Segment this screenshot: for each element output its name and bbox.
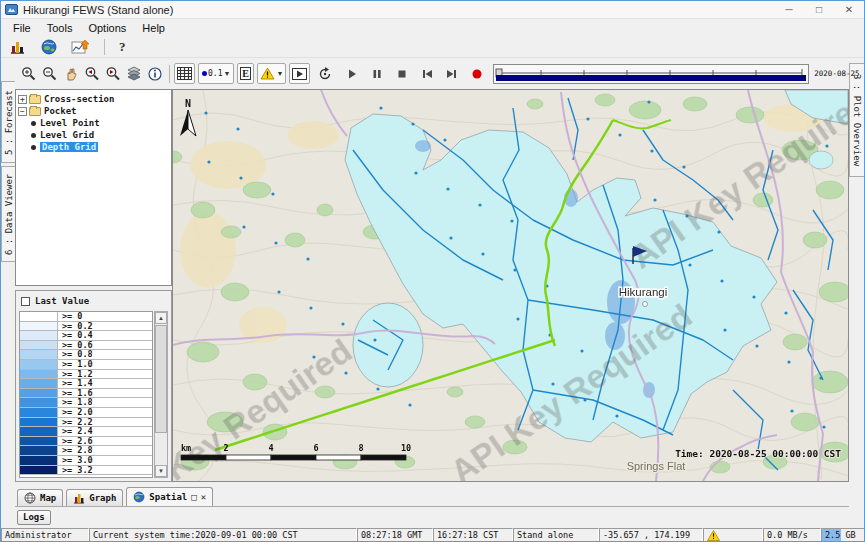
record-button[interactable] bbox=[466, 63, 487, 84]
map-view[interactable]: API Key Required API Key Required API Ke… bbox=[172, 89, 849, 482]
wire-globe-icon bbox=[24, 492, 36, 504]
skip-to-start-button[interactable] bbox=[416, 63, 437, 84]
minimize-button[interactable]: ─ bbox=[774, 1, 804, 18]
right-tab-strip: 3 : Plot Overview bbox=[847, 58, 864, 486]
menu-help[interactable]: Help bbox=[134, 19, 173, 37]
legend-row-label: >= 2.2 bbox=[58, 418, 93, 427]
tree-item-level-point[interactable]: Level Point bbox=[29, 117, 169, 129]
pause-button[interactable] bbox=[366, 63, 387, 84]
spatial-display-icon[interactable] bbox=[38, 37, 59, 58]
play-button[interactable] bbox=[341, 63, 362, 84]
scrollbar-thumb[interactable] bbox=[155, 325, 167, 433]
warning-triangle-icon bbox=[260, 67, 275, 80]
tab-spatial[interactable]: Spatial □ ✕ bbox=[126, 487, 213, 506]
threshold-warning-button[interactable]: ▼ bbox=[257, 63, 286, 84]
boxed-play-icon bbox=[292, 68, 307, 80]
tree-item-level-grid[interactable]: Level Grid bbox=[29, 129, 169, 141]
zoom-in-button[interactable] bbox=[18, 63, 39, 84]
maximize-button[interactable]: □ bbox=[804, 1, 834, 18]
info-icon bbox=[147, 66, 163, 82]
legend-row-label: >= 2.8 bbox=[58, 446, 93, 455]
map-canvas: API Key Required API Key Required API Ke… bbox=[173, 90, 848, 481]
tab-map[interactable]: Map bbox=[17, 489, 63, 506]
legend-row-label: >= 1.8 bbox=[58, 398, 93, 407]
legend-row-label: >= 2.6 bbox=[58, 437, 93, 446]
loop-playback-button[interactable] bbox=[314, 63, 335, 84]
status-warning[interactable] bbox=[703, 528, 763, 542]
menu-file[interactable]: File bbox=[5, 19, 39, 37]
svg-text:N: N bbox=[185, 98, 191, 109]
main-toolbar: ? bbox=[1, 37, 864, 58]
menu-bar: File Tools Options Help bbox=[1, 19, 864, 37]
legend-color-swatch bbox=[20, 418, 58, 427]
tree-item-label: Level Point bbox=[40, 118, 100, 128]
statistics-icon[interactable] bbox=[7, 37, 28, 58]
stop-button[interactable] bbox=[391, 63, 412, 84]
tree-item-label: Level Grid bbox=[40, 130, 94, 140]
info-button[interactable] bbox=[144, 63, 165, 84]
legend-table: >= 0>= 0.2>= 0.4>= 0.6>= 0.8>= 1.0>= 1.2… bbox=[19, 311, 153, 478]
record-icon bbox=[470, 67, 484, 81]
tab-plot-overview[interactable]: 3 : Plot Overview bbox=[849, 63, 864, 177]
pan-button[interactable] bbox=[60, 63, 81, 84]
scroll-up-icon[interactable]: ▲ bbox=[155, 312, 167, 324]
skip-to-end-button[interactable] bbox=[441, 63, 462, 84]
svg-text:8: 8 bbox=[358, 443, 363, 453]
legend-row-label: >= 0 bbox=[58, 312, 82, 321]
tab-data-viewer[interactable]: 6 : Data Viewer bbox=[1, 166, 15, 262]
legend-scrollbar[interactable]: ▲ ▼ bbox=[154, 311, 168, 478]
tab-graph[interactable]: Graph bbox=[66, 489, 123, 506]
status-network-rate: 0.0 MB/s bbox=[763, 528, 821, 542]
zoom-out-button[interactable] bbox=[39, 63, 60, 84]
animation-dialog-button[interactable] bbox=[289, 63, 310, 84]
svg-text:4: 4 bbox=[268, 443, 273, 453]
timeseries-display-icon[interactable] bbox=[69, 37, 90, 58]
tab-close-icon[interactable]: ✕ bbox=[201, 492, 206, 502]
menu-tools[interactable]: Tools bbox=[39, 19, 81, 37]
status-local-time: 16:27:18 CST bbox=[433, 528, 513, 542]
menu-options[interactable]: Options bbox=[80, 19, 134, 37]
zoom-in-icon bbox=[21, 66, 37, 82]
toolbar-separator bbox=[169, 65, 170, 83]
legend-row: >= 3.2 bbox=[20, 466, 152, 476]
legend-row-label: >= 0.6 bbox=[58, 341, 93, 350]
tree-item-cross-section[interactable]: + Cross-section bbox=[18, 93, 169, 105]
expand-icon[interactable]: + bbox=[18, 95, 27, 104]
tree-item-pocket[interactable]: − Pocket bbox=[18, 105, 169, 117]
layer-bullet-icon bbox=[31, 133, 36, 138]
precision-selector[interactable]: 0.1 ▼ bbox=[198, 63, 234, 84]
chevron-down-icon: ▼ bbox=[276, 70, 283, 77]
label-toggle-button[interactable]: E bbox=[237, 63, 254, 84]
loop-arrow-icon bbox=[317, 66, 333, 82]
legend-color-swatch bbox=[20, 408, 58, 417]
chart-arrow-icon bbox=[71, 39, 89, 55]
tree-item-depth-grid[interactable]: Depth Grid bbox=[29, 141, 169, 153]
legend-row-label: >= 0.2 bbox=[58, 322, 93, 331]
collapse-icon[interactable]: − bbox=[18, 107, 27, 116]
town-marker bbox=[643, 302, 648, 307]
zoom-previous-button[interactable] bbox=[81, 63, 102, 84]
legend-color-swatch bbox=[20, 446, 58, 455]
svg-text:10: 10 bbox=[401, 443, 411, 453]
legend-row-label: >= 0.4 bbox=[58, 331, 93, 340]
zoom-next-button[interactable] bbox=[102, 63, 123, 84]
status-user: Administrator bbox=[1, 528, 89, 542]
pause-icon bbox=[370, 67, 384, 81]
time-slider[interactable] bbox=[493, 64, 809, 84]
scroll-down-icon[interactable]: ▼ bbox=[155, 465, 167, 477]
chevron-down-icon: ▼ bbox=[223, 70, 230, 77]
grid-display-button[interactable] bbox=[174, 63, 195, 84]
town-label-springs-flat: Springs Flat bbox=[627, 460, 686, 472]
tab-maximize-icon[interactable]: □ bbox=[191, 492, 196, 502]
help-button[interactable]: ? bbox=[119, 39, 126, 55]
legend-row-label: >= 1.4 bbox=[58, 379, 93, 388]
legend-color-swatch bbox=[20, 331, 58, 340]
folder-icon bbox=[29, 95, 41, 104]
last-value-checkbox[interactable] bbox=[21, 297, 30, 306]
close-button[interactable]: ✕ bbox=[834, 1, 864, 18]
layers-button[interactable] bbox=[123, 63, 144, 84]
legend-color-swatch bbox=[20, 312, 58, 321]
tab-forecast[interactable]: 5 : Forecast bbox=[1, 81, 15, 163]
toolbar-datetime: 2020-08-25 00:00:00 CST bbox=[814, 69, 865, 78]
logs-button[interactable]: Logs bbox=[17, 510, 51, 525]
